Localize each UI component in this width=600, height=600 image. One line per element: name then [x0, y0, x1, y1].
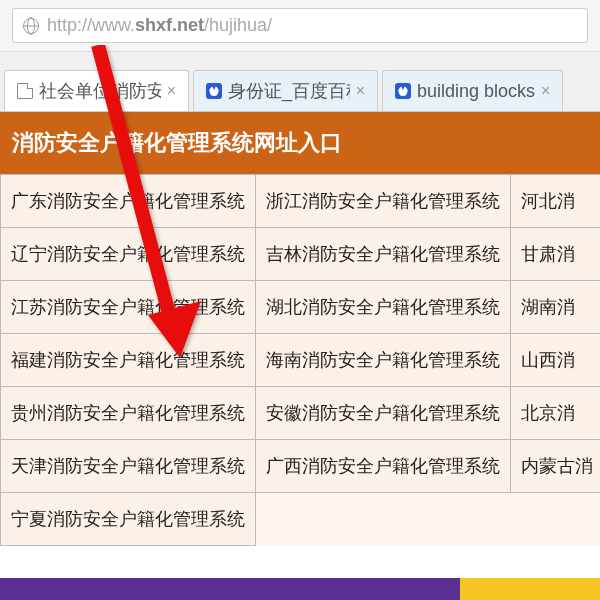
- table-cell[interactable]: 辽宁消防安全户籍化管理系统: [1, 228, 256, 281]
- tab-title: 社会单位消防安: [39, 79, 161, 103]
- table-row: 福建消防安全户籍化管理系统海南消防安全户籍化管理系统山西消: [1, 334, 601, 387]
- table-cell[interactable]: 浙江消防安全户籍化管理系统: [256, 175, 511, 228]
- table-row: 宁夏消防安全户籍化管理系统: [1, 493, 601, 546]
- table-row: 辽宁消防安全户籍化管理系统吉林消防安全户籍化管理系统甘肃消: [1, 228, 601, 281]
- table-row: 广东消防安全户籍化管理系统浙江消防安全户籍化管理系统河北消: [1, 175, 601, 228]
- tab-2[interactable]: 身份证_百度百科 ×: [193, 70, 378, 111]
- table-cell[interactable]: 天津消防安全户籍化管理系统: [1, 440, 256, 493]
- table-cell[interactable]: 安徽消防安全户籍化管理系统: [256, 387, 511, 440]
- tab-1[interactable]: 社会单位消防安 ×: [4, 70, 189, 111]
- table-row: 贵州消防安全户籍化管理系统安徽消防安全户籍化管理系统北京消: [1, 387, 601, 440]
- close-icon[interactable]: ×: [541, 83, 550, 99]
- table-cell[interactable]: 福建消防安全户籍化管理系统: [1, 334, 256, 387]
- globe-icon: [23, 18, 39, 34]
- table-cell[interactable]: 宁夏消防安全户籍化管理系统: [1, 493, 256, 546]
- table-cell[interactable]: 吉林消防安全户籍化管理系统: [256, 228, 511, 281]
- url-input[interactable]: http://www.shxf.net/hujihua/: [12, 8, 588, 43]
- table-cell[interactable]: 山西消: [511, 334, 601, 387]
- table-cell[interactable]: 内蒙古消: [511, 440, 601, 493]
- page-icon: [17, 83, 33, 99]
- table-cell[interactable]: 湖南消: [511, 281, 601, 334]
- tab-bar: 社会单位消防安 × 身份证_百度百科 × building blocks ×: [0, 52, 600, 112]
- content-area: 消防安全户籍化管理系统网址入口 广东消防安全户籍化管理系统浙江消防安全户籍化管理…: [0, 112, 600, 546]
- section-header: 消防安全户籍化管理系统网址入口: [0, 112, 600, 174]
- table-row: 天津消防安全户籍化管理系统广西消防安全户籍化管理系统内蒙古消: [1, 440, 601, 493]
- address-bar: http://www.shxf.net/hujihua/: [0, 0, 600, 52]
- table-cell[interactable]: 广东消防安全户籍化管理系统: [1, 175, 256, 228]
- baidu-icon: [395, 83, 411, 99]
- table-cell[interactable]: 海南消防安全户籍化管理系统: [256, 334, 511, 387]
- tab-3[interactable]: building blocks ×: [382, 70, 563, 111]
- table-cell[interactable]: 贵州消防安全户籍化管理系统: [1, 387, 256, 440]
- table-row: 江苏消防安全户籍化管理系统湖北消防安全户籍化管理系统湖南消: [1, 281, 601, 334]
- table-cell[interactable]: 河北消: [511, 175, 601, 228]
- footer-bar: [0, 578, 600, 600]
- baidu-icon: [206, 83, 222, 99]
- table-cell[interactable]: 湖北消防安全户籍化管理系统: [256, 281, 511, 334]
- table-cell[interactable]: 广西消防安全户籍化管理系统: [256, 440, 511, 493]
- close-icon[interactable]: ×: [356, 83, 365, 99]
- table-cell[interactable]: 江苏消防安全户籍化管理系统: [1, 281, 256, 334]
- tab-title: building blocks: [417, 81, 535, 102]
- close-icon[interactable]: ×: [167, 83, 176, 99]
- tab-title: 身份证_百度百科: [228, 79, 350, 103]
- table-cell[interactable]: 甘肃消: [511, 228, 601, 281]
- table-cell[interactable]: 北京消: [511, 387, 601, 440]
- links-table: 广东消防安全户籍化管理系统浙江消防安全户籍化管理系统河北消辽宁消防安全户籍化管理…: [0, 174, 600, 546]
- url-text: http://www.shxf.net/hujihua/: [47, 15, 272, 36]
